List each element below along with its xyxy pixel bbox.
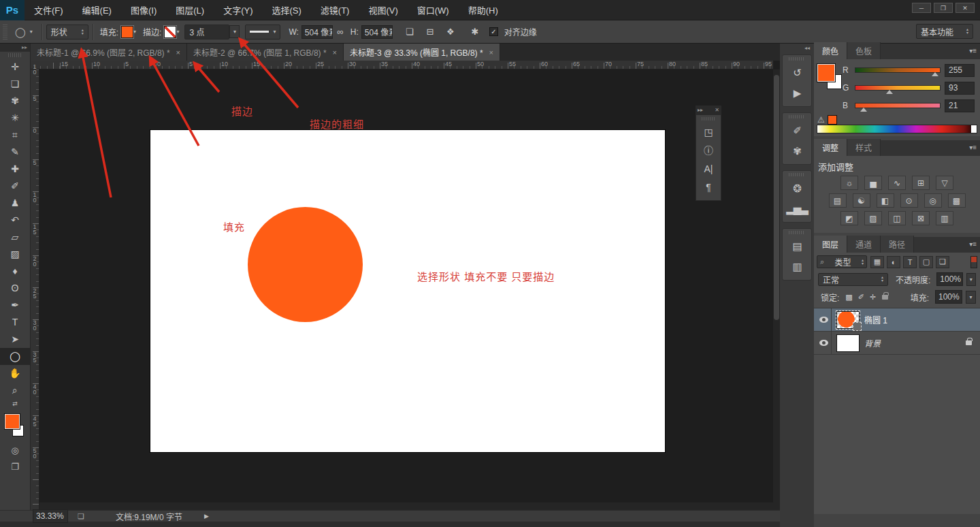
slider-thumb[interactable]: [886, 90, 893, 94]
panel-group-grip[interactable]: [789, 231, 805, 234]
crop-tool-icon[interactable]: ⌗: [0, 127, 30, 144]
shape-height-field[interactable]: 504 像素: [361, 25, 393, 39]
swap-colors-icon[interactable]: ⇄: [0, 399, 30, 409]
marquee-tool-icon[interactable]: ❏: [0, 76, 30, 93]
color-balance-icon[interactable]: ☯: [853, 193, 870, 208]
layer-name[interactable]: 椭圆 1: [864, 314, 887, 325]
channel-mixer-icon[interactable]: ◎: [924, 193, 942, 208]
brightness-contrast-icon[interactable]: ☼: [840, 176, 858, 190]
document-canvas[interactable]: 填充 选择形状 填充不要 只要描边: [150, 130, 665, 452]
screen-mode-button[interactable]: ❐: [0, 459, 30, 475]
layer-row-ellipse-1[interactable]: 椭圆 1: [814, 308, 980, 332]
status-expand-icon[interactable]: ▶: [204, 513, 209, 520]
options-grip[interactable]: [3, 25, 7, 39]
panel-group-grip[interactable]: [789, 57, 805, 61]
spectrum-white-swatch[interactable]: [970, 125, 977, 133]
close-icon[interactable]: ✕: [715, 107, 719, 113]
path-alignment-icon[interactable]: ⊟: [423, 25, 438, 39]
panel-menu-icon[interactable]: ▾≡: [969, 144, 977, 151]
minimize-icon[interactable]: ─: [912, 3, 931, 13]
vertical-scrollbar[interactable]: [773, 69, 780, 510]
blur-tool-icon[interactable]: ♦: [0, 263, 30, 280]
gear-icon[interactable]: ✱: [468, 25, 483, 39]
quick-selection-tool-icon[interactable]: ✳: [0, 110, 30, 127]
black-white-icon[interactable]: ◧: [877, 193, 894, 208]
tab-paths[interactable]: 路径: [881, 236, 914, 253]
posterize-icon[interactable]: ▨: [864, 211, 882, 225]
tab-adjustments[interactable]: 调整: [814, 139, 847, 156]
foreground-color-swatch[interactable]: [5, 414, 20, 429]
floating-dock-grip[interactable]: [702, 117, 715, 121]
foreground-color-swatch[interactable]: [817, 64, 835, 82]
tool-mode-select[interactable]: 形状 ▴▾: [46, 25, 88, 39]
stroke-width-dropdown-button[interactable]: ▾: [229, 25, 240, 38]
workspace-switcher[interactable]: 基本功能 ▴▾: [916, 24, 973, 39]
layer-row-background[interactable]: 背景: [814, 332, 980, 355]
notes-panel-icon[interactable]: ▤: [783, 236, 811, 257]
history-brush-tool-icon[interactable]: ↶: [0, 212, 30, 229]
character-panel-icon[interactable]: A|: [696, 160, 721, 178]
gradient-tool-icon[interactable]: ▨: [0, 246, 30, 263]
tab-color[interactable]: 颜色: [814, 42, 847, 59]
collapse-icon[interactable]: ◂◂: [780, 44, 814, 52]
eraser-tool-icon[interactable]: ▱: [0, 229, 30, 246]
tab-untitled-1[interactable]: 未标题-1 @ 66.9% (图层 2, RGB/8) * ×: [31, 44, 187, 61]
link-dimensions-icon[interactable]: ∞: [333, 25, 348, 39]
menu-edit[interactable]: 编辑(E): [73, 0, 121, 20]
menu-image[interactable]: 图像(I): [121, 0, 166, 20]
tab-untitled-2[interactable]: 未标题-2 @ 66.7% (图层 1, RGB/8) * ×: [187, 44, 344, 61]
stroke-color-swatch[interactable]: [164, 26, 176, 38]
maximize-icon[interactable]: ❐: [934, 3, 953, 13]
lock-position-icon[interactable]: ✛: [870, 293, 876, 302]
color-spectrum-bar[interactable]: [817, 125, 977, 133]
opacity-field[interactable]: 100%: [936, 272, 962, 286]
scrollbar-thumb[interactable]: [774, 75, 779, 320]
tab-styles[interactable]: 样式: [847, 139, 881, 156]
menu-help[interactable]: 帮助(H): [459, 0, 508, 20]
menu-view[interactable]: 视图(V): [359, 0, 407, 20]
filter-shape-layers-icon[interactable]: ▢: [919, 256, 933, 268]
expand-icon[interactable]: ▸▸: [698, 107, 703, 113]
gradient-map-icon[interactable]: ▥: [936, 211, 953, 225]
clone-source-panel-icon[interactable]: ❂: [783, 178, 811, 199]
type-tool-icon[interactable]: T: [0, 314, 30, 331]
quick-mask-button[interactable]: ◎: [0, 443, 30, 459]
tab-channels[interactable]: 通道: [847, 236, 881, 253]
zoom-level-field[interactable]: 33.33%: [33, 509, 68, 523]
layer-thumbnail[interactable]: [836, 311, 860, 329]
panel-group-grip[interactable]: [789, 115, 805, 118]
invert-icon[interactable]: ◩: [840, 211, 858, 225]
visibility-cell[interactable]: [817, 332, 832, 354]
tool-preset-picker[interactable]: ◯ ▾: [10, 25, 37, 39]
lasso-tool-icon[interactable]: ✾: [0, 93, 30, 110]
channel-r-value[interactable]: 255: [945, 64, 975, 77]
hand-tool-icon[interactable]: ✋: [0, 365, 30, 382]
filter-adjustment-layers-icon[interactable]: ◐: [887, 256, 900, 268]
lock-image-icon[interactable]: ✐: [858, 293, 864, 302]
move-tool-icon[interactable]: ✛: [0, 59, 30, 76]
opacity-dropdown-button[interactable]: ▾: [966, 273, 976, 286]
layer-name[interactable]: 背景: [864, 337, 881, 349]
channel-g-value[interactable]: 93: [945, 82, 975, 95]
close-icon[interactable]: ×: [176, 48, 180, 57]
filter-type-layers-icon[interactable]: T: [903, 256, 917, 268]
history-panel-icon[interactable]: ↺: [783, 63, 811, 83]
brush-panel-icon[interactable]: ✐: [783, 121, 811, 141]
close-icon[interactable]: ×: [333, 48, 337, 57]
ellipse-tool-icon[interactable]: ◯: [0, 348, 30, 365]
paragraph-panel-icon[interactable]: ¶: [696, 178, 721, 197]
menu-file[interactable]: 文件(F): [24, 0, 73, 20]
photo-filter-icon[interactable]: ⊙: [900, 193, 918, 208]
clone-stamp-tool-icon[interactable]: ♟: [0, 195, 30, 212]
tools-collapse-icon[interactable]: ▸▸: [0, 44, 30, 52]
filter-smart-objects-icon[interactable]: ❏: [936, 256, 949, 268]
close-icon[interactable]: ×: [489, 48, 493, 57]
eye-icon[interactable]: [819, 317, 828, 323]
info-panel-icon[interactable]: ⓘ: [696, 142, 721, 160]
panel-menu-icon[interactable]: ▾≡: [969, 240, 977, 248]
menu-window[interactable]: 窗口(W): [408, 0, 459, 20]
pen-tool-icon[interactable]: ✒: [0, 297, 30, 314]
levels-icon[interactable]: ▅: [864, 176, 882, 190]
horizontal-ruler[interactable]: 1510505101520253035404550556065707580859…: [31, 61, 773, 69]
layer-filter-select[interactable]: ⌕ 类型 ▴▾: [817, 255, 867, 268]
